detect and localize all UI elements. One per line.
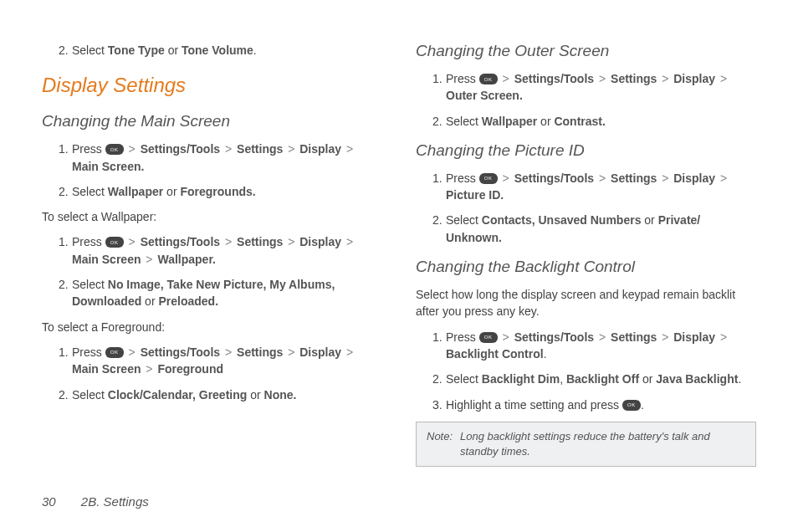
bold-text: Contacts, Unsaved Numbers [482, 213, 642, 227]
ok-button-icon [479, 332, 498, 343]
item-number: 2. [59, 276, 69, 293]
bold-text: Settings/Tools [141, 345, 220, 359]
chevron: > [124, 235, 141, 248]
section-label: 2B. Settings [81, 494, 149, 509]
chevron: > [498, 171, 514, 185]
item-number: 2. [432, 371, 442, 387]
bold-text: Backlight Dim [482, 372, 560, 386]
chevron: > [594, 72, 611, 85]
tone-list: 2. Select Tone Type or Tone Volume. [42, 42, 382, 59]
item-number: 2. [59, 42, 69, 59]
bold-text: Display [299, 345, 341, 359]
text: Select [446, 213, 482, 227]
bold-text: Settings [237, 142, 283, 156]
chevron: > [715, 171, 729, 185]
text: . [253, 43, 257, 57]
item-number: 2. [432, 212, 442, 228]
picture-id-steps: 1.Press > Settings/Tools > Settings > Di… [416, 170, 756, 246]
text: . [641, 398, 644, 412]
ok-button-icon [479, 74, 498, 84]
bold-text: Main Screen. [72, 160, 144, 173]
text: Select [446, 115, 482, 128]
chevron: > [715, 330, 729, 344]
column-right: Changing the Outer Screen 1.Press > Sett… [416, 42, 756, 467]
bold-text: Clock/Calendar, Greeting [108, 388, 248, 402]
chevron: > [594, 330, 611, 344]
list-item: 2.Select Wallpaper or Contrast. [432, 113, 756, 130]
bold-text: Preloaded. [158, 294, 218, 308]
bold-text: Settings [611, 171, 657, 185]
bold-text: Backlight Control [446, 347, 544, 361]
bold-text: Display [299, 142, 341, 156]
subheading-picture-id: Changing the Picture ID [416, 141, 756, 160]
subheading-main-screen: Changing the Main Screen [42, 112, 382, 130]
item-number: 1. [59, 141, 69, 157]
chevron: > [283, 345, 299, 359]
text: or [247, 388, 263, 402]
chevron: > [657, 171, 673, 185]
backlight-intro: Select how long the display screen and k… [416, 286, 756, 320]
list-item: 2.Select No Image, Take New Picture, My … [59, 276, 382, 310]
outer-screen-steps: 1.Press > Settings/Tools > Settings > Di… [416, 70, 756, 130]
chevron: > [657, 72, 673, 85]
bold-text: Display [673, 72, 715, 85]
text: Select [72, 185, 108, 198]
chevron: > [594, 171, 611, 185]
subheading-outer-screen: Changing the Outer Screen [416, 42, 756, 60]
chevron: > [715, 72, 729, 85]
text: . [544, 347, 547, 361]
list-item: 1.Press > Settings/Tools > Settings > Di… [432, 329, 756, 363]
text: or [641, 213, 657, 227]
bold-text: Wallpaper [482, 115, 537, 128]
text: Press [72, 345, 105, 359]
text: Select [446, 372, 482, 386]
list-item: 3.Highlight a time setting and press . [432, 396, 756, 413]
ok-button-icon [479, 173, 498, 184]
text: or [165, 43, 182, 57]
text: or [639, 372, 656, 386]
chevron: > [141, 362, 157, 376]
bold-text: Settings [611, 330, 657, 344]
column-left: 2. Select Tone Type or Tone Volume. Disp… [42, 42, 382, 467]
page-number: 30 [42, 494, 56, 509]
bold-text: Picture ID. [446, 188, 504, 202]
list-item: 1.Press > Settings/Tools > Settings > Di… [59, 344, 382, 378]
ok-button-icon [105, 347, 124, 358]
bold-text: Wallpaper. [157, 253, 216, 266]
text: Highlight a time setting and press [446, 398, 622, 412]
chevron: > [124, 345, 141, 359]
note-label: Note: [427, 429, 460, 459]
bold-text: Contrast. [554, 115, 605, 128]
list-item: 2.Select Backlight Dim, Backlight Off or… [432, 371, 756, 387]
ok-button-icon [622, 400, 641, 411]
subheading-backlight: Changing the Backlight Control [416, 258, 756, 276]
list-item: 2.Select Contacts, Unsaved Numbers or Pr… [432, 212, 756, 246]
bold-text: None. [264, 388, 297, 402]
bold-text: Main Screen [72, 362, 141, 376]
text: Select [72, 278, 108, 291]
item-number: 3. [432, 396, 442, 413]
item-number: 1. [432, 70, 442, 87]
chevron: > [220, 345, 237, 359]
bold-text: Java Backlight [656, 372, 738, 386]
chevron: > [220, 235, 237, 248]
bold-text: Display [673, 171, 715, 185]
bold-text: Settings [237, 345, 283, 359]
page-columns: 2. Select Tone Type or Tone Volume. Disp… [42, 42, 756, 467]
list-item: 2.Select Clock/Calendar, Greeting or Non… [59, 386, 382, 403]
text: Press [446, 330, 479, 344]
item-number: 2. [432, 113, 442, 130]
bold-text: Wallpaper [108, 185, 163, 198]
list-item: 1.Press > Settings/Tools > Settings > Di… [59, 141, 382, 175]
text: Press [446, 171, 479, 185]
chevron: > [341, 235, 355, 248]
bold-text: Settings/Tools [514, 330, 594, 344]
text: or [141, 294, 158, 308]
bold-text: Backlight Off [566, 372, 639, 386]
chevron: > [124, 142, 141, 156]
chevron: > [283, 235, 299, 248]
list-item: 1.Press > Settings/Tools > Settings > Di… [432, 70, 756, 105]
chevron: > [498, 72, 514, 85]
text: . [738, 372, 741, 386]
note-box: Note: Long backlight settings reduce the… [416, 422, 756, 467]
